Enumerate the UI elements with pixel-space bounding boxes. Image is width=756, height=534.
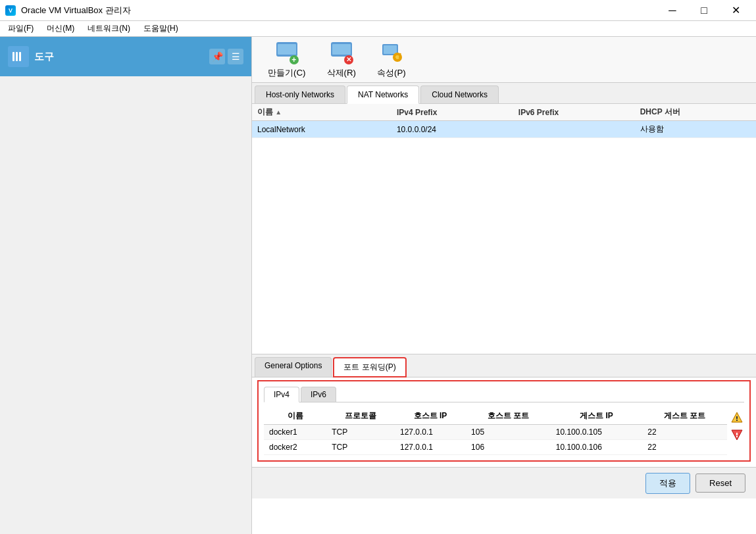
lower-tabs-row: General Options 포트 포워딩(P)	[252, 354, 756, 377]
pf-col-host-ip: 호스트 IP	[395, 408, 466, 425]
maximize-button[interactable]: □	[689, 0, 719, 21]
network-table: 이름 ▲ IPv4 Prefix IPv6 Prefix DHCP 서버 Loc…	[252, 104, 756, 138]
network-table-area: 이름 ▲ IPv4 Prefix IPv6 Prefix DHCP 서버 Loc…	[252, 104, 756, 354]
pf-cell-protocol-1: TCP	[326, 440, 395, 455]
svg-rect-0	[13, 52, 14, 61]
top-toolbar: + 만들기(C) ✕ 삭제(R)	[252, 37, 756, 83]
bottom-bar: 적용 Reset	[252, 467, 756, 498]
svg-rect-2	[19, 52, 21, 61]
minimize-button[interactable]: ─	[657, 0, 688, 21]
delete-button[interactable]: ✕ 삭제(R)	[319, 38, 365, 82]
sub-tabs: IPv4 IPv6	[264, 387, 744, 402]
reset-button[interactable]: Reset	[695, 473, 745, 493]
pf-col-host-port: 호스트 포트	[466, 408, 551, 425]
tab-cloud-networks[interactable]: Cloud Networks	[420, 85, 499, 103]
pf-col-protocol: 프로토콜	[326, 408, 395, 425]
col-ipv4: IPv4 Prefix	[391, 104, 513, 121]
cell-ipv4: 10.0.0.0/24	[391, 121, 513, 138]
sidebar-label: 도구	[34, 51, 204, 63]
create-button[interactable]: + 만들기(C)	[260, 38, 314, 82]
main-layout: 도구 📌 ☰ + 만들기(C)	[0, 37, 756, 534]
table-row[interactable]: docker2 TCP 127.0.0.1 106 10.100.0.106 2…	[264, 440, 727, 455]
pf-col-name: 이름	[264, 408, 326, 425]
sub-tab-ipv6[interactable]: IPv6	[301, 387, 336, 402]
cell-dhcp: 사용함	[635, 121, 756, 138]
svg-rect-18	[736, 420, 738, 421]
settings-label: 속성(P)	[377, 67, 406, 79]
svg-rect-7	[397, 53, 398, 55]
delete-label: 삭제(R)	[327, 67, 357, 79]
app-icon: V	[5, 5, 16, 16]
create-icon: +	[275, 41, 299, 64]
delete-icon: ✕	[330, 41, 353, 64]
svg-rect-8	[397, 59, 398, 61]
port-forwarding-table: 이름 프로토콜 호스트 IP 호스트 포트 게스트 IP 게스트 포트	[264, 408, 727, 455]
table-row[interactable]: LocalNetwork 10.0.0.0/24 사용함	[252, 121, 756, 138]
svg-rect-21	[736, 433, 738, 435]
tab-host-only[interactable]: Host-only Networks	[255, 85, 345, 103]
list-button[interactable]: ☰	[228, 49, 243, 64]
sub-tab-ipv4[interactable]: IPv4	[264, 387, 299, 402]
pf-col-guest-ip: 게스트 IP	[551, 408, 643, 425]
sidebar-toolbar: 도구 📌 ☰	[0, 37, 251, 76]
pf-cell-name-1: docker2	[264, 440, 326, 455]
pf-cell-protocol-0: TCP	[326, 425, 395, 440]
svg-rect-22	[736, 436, 738, 437]
create-label: 만들기(C)	[268, 67, 306, 79]
svg-rect-17	[736, 416, 738, 419]
menu-machine[interactable]: 머신(M)	[41, 22, 80, 36]
pf-side-buttons	[730, 408, 744, 455]
close-button[interactable]: ✕	[720, 0, 751, 21]
menu-file[interactable]: 파일(F)	[3, 22, 39, 36]
pin-button[interactable]: 📌	[209, 49, 225, 64]
sidebar-tool-buttons: 📌 ☰	[209, 49, 243, 64]
table-row[interactable]: docker1 TCP 127.0.0.1 105 10.100.0.105 2…	[264, 425, 727, 440]
svg-rect-10	[399, 57, 401, 58]
pf-table-wrap: 이름 프로토콜 호스트 IP 호스트 포트 게스트 IP 게스트 포트	[264, 408, 727, 455]
menu-help[interactable]: 도움말(H)	[138, 22, 184, 36]
tab-nat-networks[interactable]: NAT Networks	[347, 85, 419, 104]
window-controls: ─ □ ✕	[657, 0, 751, 21]
cell-ipv6	[513, 121, 635, 138]
settings-icon	[380, 41, 403, 64]
content-area: + 만들기(C) ✕ 삭제(R)	[252, 37, 756, 534]
pf-col-guest-port: 게스트 포트	[642, 408, 727, 425]
pf-add-button[interactable]	[730, 410, 744, 425]
window-title: Oracle VM VirtualBox 관리자	[21, 5, 652, 16]
cell-name: LocalNetwork	[252, 121, 391, 138]
pf-cell-guest-port-0: 22	[642, 425, 727, 440]
col-name: 이름 ▲	[252, 104, 391, 121]
tab-general-options[interactable]: General Options	[255, 357, 332, 377]
settings-button[interactable]: 속성(P)	[369, 38, 414, 82]
menu-network[interactable]: 네트워크(N)	[82, 22, 136, 36]
pf-cell-guest-port-1: 22	[642, 440, 727, 455]
port-forwarding-content: IPv4 IPv6 이름 프로토콜 호스트 IP 호스트 포트	[257, 380, 751, 462]
sort-arrow: ▲	[275, 109, 282, 116]
titlebar: V Oracle VM VirtualBox 관리자 ─ □ ✕	[0, 0, 756, 21]
lower-section: General Options 포트 포워딩(P) IPv4 IPv6	[252, 354, 756, 467]
network-tabs: Host-only Networks NAT Networks Cloud Ne…	[252, 83, 756, 104]
svg-rect-1	[16, 52, 18, 61]
pf-cell-name-0: docker1	[264, 425, 326, 440]
port-forwarding-area: 이름 프로토콜 호스트 IP 호스트 포트 게스트 IP 게스트 포트	[264, 408, 744, 455]
tools-icon	[8, 46, 29, 67]
pf-cell-host-port-1: 106	[466, 440, 551, 455]
sidebar-content	[0, 76, 251, 534]
sidebar: 도구 📌 ☰	[0, 37, 252, 534]
pf-remove-button[interactable]	[730, 427, 744, 442]
pf-cell-guest-ip-1: 10.100.0.106	[551, 440, 643, 455]
apply-button[interactable]: 적용	[645, 473, 690, 494]
pf-cell-guest-ip-0: 10.100.0.105	[551, 425, 643, 440]
pf-cell-host-ip-0: 127.0.0.1	[395, 425, 466, 440]
pf-cell-host-ip-1: 127.0.0.1	[395, 440, 466, 455]
col-dhcp: DHCP 서버	[635, 104, 756, 121]
svg-rect-4	[384, 45, 397, 54]
col-ipv6: IPv6 Prefix	[513, 104, 635, 121]
tab-port-forwarding[interactable]: 포트 포워딩(P)	[333, 357, 406, 377]
menubar: 파일(F) 머신(M) 네트워크(N) 도움말(H)	[0, 21, 756, 37]
svg-rect-9	[393, 57, 395, 58]
pf-cell-host-port-0: 105	[466, 425, 551, 440]
